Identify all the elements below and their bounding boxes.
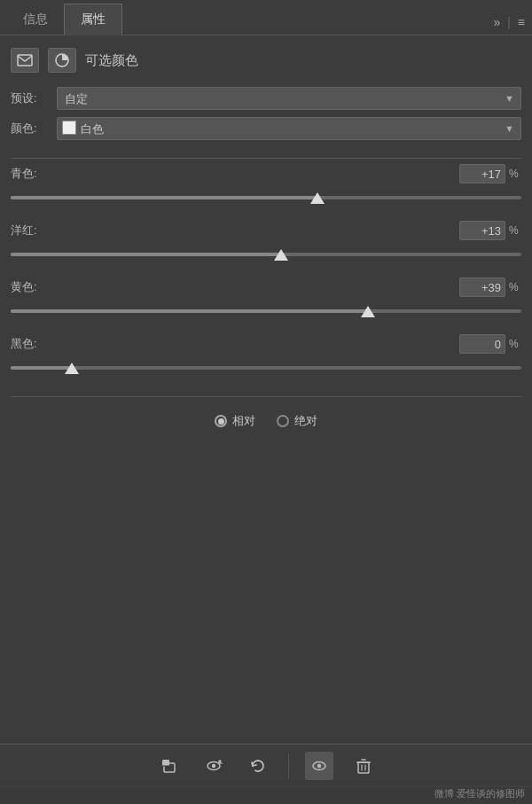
svg-rect-8: [358, 762, 369, 773]
black-slider-section: 黑色: %: [11, 334, 521, 379]
radio-relative-dot: [218, 418, 224, 425]
radio-absolute[interactable]: 绝对: [277, 413, 317, 429]
tab-properties[interactable]: 属性: [64, 4, 122, 35]
circle-icon-btn[interactable]: [48, 48, 76, 73]
radio-relative[interactable]: 相对: [215, 413, 255, 429]
cyan-track-wrap[interactable]: [11, 187, 521, 208]
main-panel: 信息 属性 » | ≡ 可选颜色: [0, 0, 532, 804]
yellow-fill: [11, 309, 368, 313]
view-previous-btn[interactable]: [200, 752, 228, 780]
radio-absolute-label: 绝对: [294, 413, 317, 429]
magenta-track-wrap[interactable]: [11, 244, 521, 265]
header-row: 可选颜色: [11, 48, 521, 73]
bottom-toolbar: [0, 744, 532, 786]
magenta-slider-header: 洋红: %: [11, 221, 521, 240]
menu-icon[interactable]: ≡: [518, 15, 525, 29]
magenta-unit: %: [509, 224, 521, 237]
yellow-value-wrap: %: [459, 277, 521, 297]
black-slider-header: 黑色: %: [11, 334, 521, 354]
clip-to-layer-btn[interactable]: [155, 752, 184, 780]
svg-rect-3: [162, 760, 169, 766]
delete-btn[interactable]: [349, 752, 378, 780]
cyan-label: 青色:: [11, 166, 57, 182]
reset-btn[interactable]: [244, 752, 272, 780]
radio-relative-circle: [215, 415, 227, 427]
magenta-label: 洋红:: [11, 222, 57, 238]
radio-relative-label: 相对: [232, 413, 255, 429]
magenta-value-wrap: %: [459, 221, 521, 240]
mask-icon-btn[interactable]: [11, 48, 39, 73]
cyan-value-wrap: %: [459, 164, 521, 183]
magenta-slider-section: 洋红: %: [11, 221, 521, 265]
black-value-input[interactable]: [459, 334, 505, 354]
cyan-slider-header: 青色: %: [11, 164, 521, 183]
preset-select[interactable]: 自定: [57, 87, 521, 110]
yellow-track: [11, 309, 521, 313]
black-label: 黑色:: [11, 336, 57, 352]
black-fill: [11, 366, 72, 370]
magenta-fill: [11, 253, 281, 256]
toolbar-separator: [288, 753, 289, 778]
magenta-thumb[interactable]: [274, 249, 288, 261]
spacer: [11, 429, 521, 731]
color-label: 颜色:: [11, 121, 57, 137]
yellow-track-wrap[interactable]: [11, 301, 521, 322]
svg-point-7: [317, 763, 320, 767]
black-track-wrap[interactable]: [11, 357, 521, 379]
black-thumb[interactable]: [65, 363, 79, 374]
black-value-wrap: %: [459, 334, 521, 354]
color-select[interactable]: 白色: [57, 117, 521, 140]
yellow-slider-header: 黄色: %: [11, 277, 521, 297]
preset-select-wrapper: 自定 ▼: [57, 87, 521, 110]
svg-point-5: [211, 763, 215, 767]
visibility-btn[interactable]: [305, 752, 333, 780]
radio-group: 相对 绝对: [11, 413, 521, 429]
black-unit: %: [509, 338, 521, 350]
panel-title: 可选颜色: [85, 52, 138, 69]
yellow-value-input[interactable]: [459, 277, 505, 297]
tab-bar: 信息 属性 » | ≡: [0, 0, 532, 35]
yellow-thumb[interactable]: [361, 306, 375, 317]
divider-2: [11, 396, 521, 397]
cyan-thumb[interactable]: [310, 192, 325, 204]
divider-1: [11, 158, 521, 159]
yellow-unit: %: [509, 281, 521, 293]
tab-actions: » | ≡: [493, 15, 525, 35]
cyan-slider-section: 青色: %: [11, 164, 521, 208]
cyan-fill: [11, 196, 317, 199]
cyan-unit: %: [509, 168, 521, 180]
magenta-value-input[interactable]: [459, 221, 505, 240]
color-select-wrapper: 白色 ▼: [57, 117, 521, 140]
color-row: 颜色: 白色 ▼: [11, 117, 521, 140]
expand-icon[interactable]: »: [493, 15, 500, 29]
radio-absolute-circle: [277, 415, 289, 427]
black-track: [11, 366, 521, 370]
cyan-value-input[interactable]: [459, 164, 505, 183]
yellow-slider-section: 黄色: %: [11, 277, 521, 322]
svg-rect-0: [18, 55, 32, 66]
tab-info[interactable]: 信息: [7, 4, 64, 35]
cyan-track: [11, 196, 521, 199]
preset-label: 预设:: [11, 90, 57, 106]
yellow-label: 黄色:: [11, 279, 57, 295]
magenta-track: [11, 253, 521, 256]
watermark: 微博 爱怪谈的修图师: [434, 787, 525, 800]
preset-row: 预设: 自定 ▼: [11, 87, 521, 110]
panel-content: 可选颜色 预设: 自定 ▼ 颜色: 白色 ▼: [0, 35, 532, 744]
